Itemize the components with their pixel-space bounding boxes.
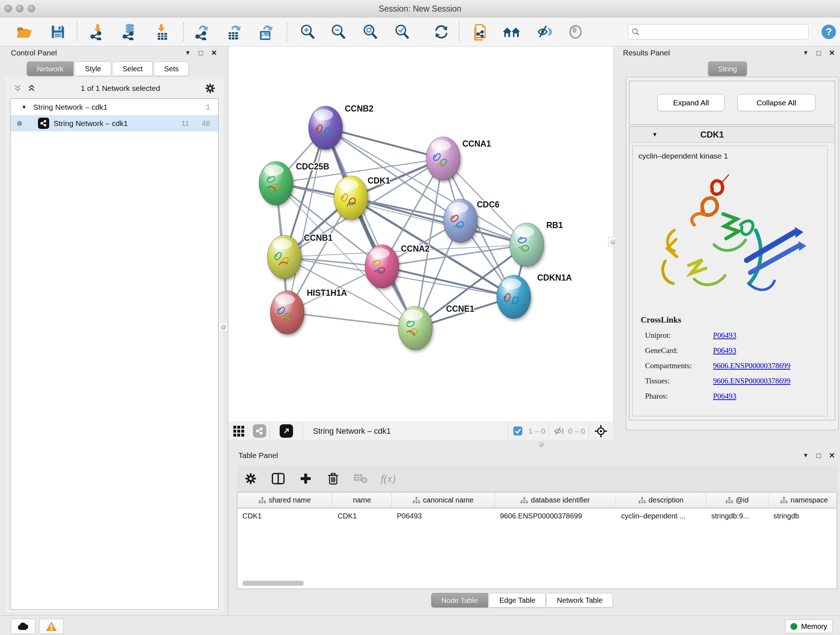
- cell-shared-name[interactable]: CDK1: [237, 512, 332, 520]
- crosslink-compartments-link[interactable]: 9606.ENSP00000378699: [713, 361, 790, 371]
- edge-HIST1H1A-CCNE1[interactable]: [287, 312, 415, 328]
- crosslink-pharos-link[interactable]: P06493: [713, 392, 736, 401]
- tab-string[interactable]: String: [708, 62, 747, 76]
- node-entry-header[interactable]: ▼ CDK1: [630, 127, 835, 143]
- column-header-database-identifier[interactable]: database identifier: [495, 492, 616, 508]
- open-in-browser-button[interactable]: [270, 423, 302, 440]
- node-CDK1[interactable]: CDK1: [334, 176, 390, 219]
- import-network-file-button[interactable]: [87, 22, 108, 42]
- birds-eye-grid-button[interactable]: [228, 423, 249, 440]
- node-CCNB1[interactable]: CCNB1: [267, 233, 332, 279]
- network-collection-row[interactable]: ▼ String Network – cdk1 1: [11, 99, 218, 115]
- gear-icon[interactable]: [205, 83, 216, 94]
- panel-menu-icon[interactable]: ▼: [803, 50, 808, 56]
- hidden-toggle[interactable]: [554, 426, 564, 436]
- node-CDKN1A[interactable]: CDKN1A: [497, 273, 572, 318]
- selected-checkbox[interactable]: [513, 426, 523, 436]
- panel-menu-icon[interactable]: ▼: [185, 50, 191, 56]
- cell-canonical-name[interactable]: P06493: [392, 512, 495, 520]
- delete-table-button[interactable]: [347, 468, 374, 489]
- tab-edge-table[interactable]: Edge Table: [489, 593, 546, 608]
- network-graph[interactable]: CCNB2CCNA1CDC25BCDK1CDC6RB1CCNB1CCNA2CDK…: [228, 46, 613, 422]
- memory-button[interactable]: Memory: [785, 619, 833, 633]
- column-header-namespace[interactable]: namespace: [768, 492, 837, 508]
- column-header-name[interactable]: name: [332, 492, 392, 508]
- column-header-description[interactable]: description: [616, 492, 706, 508]
- horizontal-scrollbar-thumb[interactable]: [242, 581, 304, 586]
- import-network-database-button[interactable]: [119, 22, 141, 42]
- edge-CCNB2-HIST1H1A[interactable]: [287, 128, 325, 312]
- crosslink-tissues-link[interactable]: 9606.ENSP00000378699: [713, 377, 790, 386]
- home-button[interactable]: [501, 22, 522, 42]
- expand-all-button[interactable]: Expand All: [657, 94, 725, 111]
- panel-float-icon[interactable]: □: [199, 49, 203, 57]
- expand-all-chevron-icon[interactable]: [27, 84, 36, 93]
- collapse-all-button[interactable]: Collapse All: [737, 94, 815, 111]
- disclosure-triangle-icon[interactable]: ▼: [21, 104, 27, 110]
- crosslink-genecard-link[interactable]: P06493: [713, 346, 736, 355]
- panel-close-icon[interactable]: ✕: [211, 49, 217, 57]
- node-CCNE1[interactable]: CCNE1: [398, 304, 474, 350]
- edge-CCNA2-CDKN1A[interactable]: [382, 266, 514, 297]
- crosslink-uniprot-link[interactable]: P06493: [713, 331, 736, 340]
- import-table-file-button[interactable]: [152, 22, 173, 42]
- table-settings-button[interactable]: [237, 468, 264, 489]
- export-table-button[interactable]: [224, 22, 245, 42]
- warnings-button[interactable]: [39, 619, 64, 634]
- panel-close-icon[interactable]: ✕: [829, 49, 835, 57]
- cell-name[interactable]: CDK1: [332, 512, 392, 520]
- zoom-out-button[interactable]: [328, 22, 349, 42]
- tab-style[interactable]: Style: [75, 62, 111, 76]
- disclosure-triangle-icon[interactable]: ▼: [652, 131, 658, 138]
- function-builder-button[interactable]: f(x): [374, 468, 402, 489]
- zoom-selected-button[interactable]: [392, 22, 413, 42]
- tab-sets[interactable]: Sets: [155, 62, 189, 76]
- table-row[interactable]: CDK1CDK1P064939606.ENSP00000378699cyclin…: [237, 508, 837, 524]
- search-input[interactable]: [643, 28, 805, 36]
- network-row[interactable]: String Network – cdk1 11 48: [11, 115, 218, 131]
- panel-close-icon[interactable]: ✕: [829, 452, 835, 459]
- column-header-canonical-name[interactable]: canonical name: [392, 492, 495, 508]
- node-RB1[interactable]: RB1: [510, 220, 563, 266]
- preview-button[interactable]: [565, 22, 586, 42]
- splitter-handle-dot[interactable]: [538, 442, 544, 447]
- node-CDC25B[interactable]: CDC25B: [259, 162, 329, 205]
- panel-menu-icon[interactable]: ▼: [803, 453, 808, 458]
- node-HIST1H1A[interactable]: HIST1H1A: [270, 288, 347, 334]
- tab-node-table[interactable]: Node Table: [431, 593, 488, 608]
- collapse-all-chevron-icon[interactable]: [13, 84, 22, 93]
- fit-selected-button[interactable]: [589, 423, 613, 440]
- export-network-button[interactable]: [192, 22, 213, 42]
- panel-float-icon[interactable]: □: [816, 49, 821, 57]
- export-image-button[interactable]: [256, 22, 276, 42]
- tab-network[interactable]: Network: [27, 62, 73, 76]
- share-view-button[interactable]: [249, 423, 270, 440]
- cell-description[interactable]: cyclin–dependent ...: [616, 512, 706, 520]
- tab-select[interactable]: Select: [113, 62, 153, 76]
- edge-CCNB2-CCNA1[interactable]: [325, 128, 443, 158]
- refresh-view-button[interactable]: [431, 22, 452, 42]
- cloud-status-button[interactable]: [11, 619, 35, 634]
- node-CCNB2[interactable]: CCNB2: [309, 104, 373, 149]
- cell-database-identifier[interactable]: 9606.ENSP00000378699: [495, 512, 616, 520]
- node-CCNA2[interactable]: CCNA2: [365, 244, 429, 288]
- column-header--id[interactable]: @id: [706, 492, 768, 508]
- panel-float-icon[interactable]: □: [816, 452, 821, 459]
- toggle-columns-button[interactable]: [264, 468, 292, 489]
- cell--id[interactable]: stringdb:9...: [706, 512, 768, 520]
- add-column-button[interactable]: [292, 468, 319, 489]
- import-styles-button[interactable]: [470, 22, 491, 42]
- network-canvas[interactable]: CCNB2CCNA1CDC25BCDK1CDC6RB1CCNB1CCNA2CDK…: [228, 46, 613, 422]
- help-button[interactable]: ?: [818, 22, 839, 42]
- node-table[interactable]: shared namenamecanonical namedatabase id…: [237, 492, 837, 589]
- zoom-fit-button[interactable]: [360, 22, 381, 42]
- column-header-shared-name[interactable]: shared name: [237, 492, 332, 508]
- show-hide-graphics-button[interactable]: [534, 22, 555, 42]
- edge-CDK1-RB1[interactable]: [351, 198, 527, 245]
- delete-column-button[interactable]: [319, 468, 347, 489]
- open-session-button[interactable]: [14, 22, 35, 42]
- cell-namespace[interactable]: stringdb: [768, 512, 837, 520]
- zoom-in-button[interactable]: [297, 22, 318, 42]
- left-splitter-handle[interactable]: [218, 322, 228, 332]
- save-session-button[interactable]: [47, 22, 68, 42]
